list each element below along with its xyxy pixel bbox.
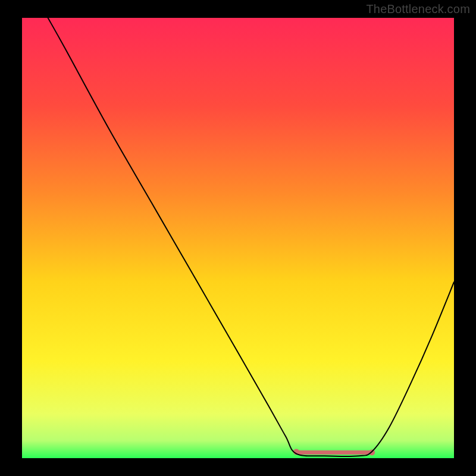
chart-frame: TheBottleneck.com — [0, 0, 476, 476]
band-end-cap — [369, 449, 375, 455]
gradient-background — [22, 18, 454, 458]
chart-svg — [22, 18, 454, 458]
watermark-text: TheBottleneck.com — [366, 2, 470, 16]
plot-area — [22, 18, 454, 458]
